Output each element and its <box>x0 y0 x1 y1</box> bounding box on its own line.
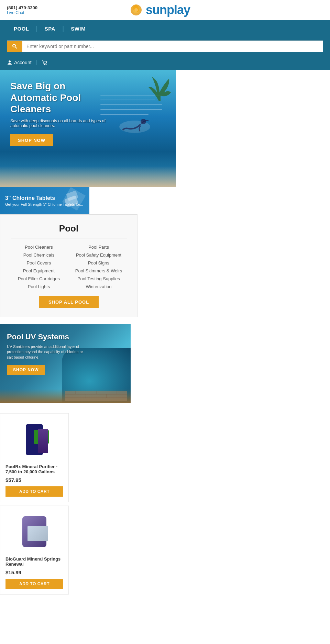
person-icon <box>7 60 12 65</box>
search-input[interactable] <box>22 41 323 52</box>
bioguard-image <box>19 513 50 551</box>
plant-decoration <box>145 74 173 109</box>
account-label: Account <box>14 60 32 65</box>
pool-category-link[interactable]: Pool Filter Cartridges <box>11 275 67 282</box>
uv-shop-now-button[interactable]: SHOP NOW <box>7 365 45 375</box>
phone-number: (801) 479-3300 <box>7 5 37 10</box>
product-card: PoolRx PoolRx Mineral Purifier - 7,500 t… <box>0 413 69 502</box>
bioguard-label <box>28 526 48 541</box>
chlorine-tablet-icon <box>64 190 84 209</box>
add-to-cart-button[interactable]: ADD TO CART <box>6 486 63 497</box>
hero-banner: Save Big on Automatic Pool Cleaners Save… <box>0 70 176 187</box>
nav-spa[interactable]: SPA <box>38 26 62 32</box>
chlorine-banner: 3" Chlorine Tablets Get your Full Streng… <box>0 187 89 214</box>
hero-title: Save Big on Automatic Pool Cleaners <box>10 80 113 115</box>
search-bar <box>0 37 330 57</box>
plant-icon <box>145 74 173 108</box>
uv-patio <box>65 391 127 401</box>
pool-category-link[interactable]: Pool Chemicals <box>11 252 67 258</box>
svg-point-3 <box>13 44 15 47</box>
logo-icon <box>129 3 143 17</box>
pool-section-divider <box>11 238 127 238</box>
main-nav: POOL | SPA | SWIM <box>0 20 330 37</box>
bioguard-bag <box>22 516 46 547</box>
gap-1 <box>0 317 330 324</box>
hero-content: Save Big on Automatic Pool Cleaners Save… <box>10 80 113 146</box>
product-image-area: PoolRx <box>14 419 55 460</box>
pool-links-grid: Pool CleanersPool PartsPool ChemicalsPoo… <box>11 244 127 290</box>
svg-point-5 <box>9 60 11 63</box>
live-chat-link[interactable]: Live Chat <box>7 10 37 15</box>
add-to-cart-button[interactable]: ADD TO CART <box>6 579 63 589</box>
product-image-area <box>14 511 55 552</box>
cart-icon <box>41 59 48 66</box>
product-price: $15.99 <box>6 569 63 575</box>
pool-category-link[interactable]: Pool Skimmers & Weirs <box>70 268 127 274</box>
nav-swim[interactable]: SWIM <box>64 26 92 32</box>
poolrx-image: PoolRx <box>19 420 50 458</box>
product-card: BioGuard Mineral Springs Renewal $15.99 … <box>0 506 69 595</box>
pool-category-link[interactable]: Winterization <box>70 283 127 290</box>
product-name: PoolRx Mineral Purifier - 7,500 to 20,00… <box>6 464 63 474</box>
shop-all-pool-button[interactable]: SHOP ALL POOL <box>39 296 99 308</box>
hero-subtitle: Save with deep discounts on all brands a… <box>10 118 113 128</box>
uv-content: Pool UV Systems UV Sanitizers provide an… <box>7 332 89 375</box>
nav-pool[interactable]: POOL <box>7 26 36 32</box>
pool-category-link[interactable]: Pool Parts <box>70 244 127 250</box>
pool-category-link[interactable]: Pool Signs <box>70 260 127 266</box>
pool-category-link[interactable]: Pool Lights <box>11 283 67 290</box>
pool-deck <box>0 166 176 187</box>
search-inner <box>7 41 323 52</box>
pool-category-link[interactable]: Pool Testing Supplies <box>70 275 127 282</box>
cart-link[interactable] <box>41 59 48 66</box>
uv-title: Pool UV Systems <box>7 332 89 341</box>
poolrx-cylinder <box>38 429 48 453</box>
product-price: $57.95 <box>6 477 63 483</box>
search-button[interactable] <box>7 41 22 52</box>
swimmer-icon <box>114 111 155 139</box>
svg-point-6 <box>44 64 45 65</box>
product-name: BioGuard Mineral Springs Renewal <box>6 556 63 567</box>
pool-section-title: Pool <box>11 223 127 234</box>
logo-text: sunplay <box>146 3 190 17</box>
pool-category-link[interactable]: Pool Safety Equipment <box>70 252 127 258</box>
svg-point-7 <box>45 64 46 65</box>
top-bar: (801) 479-3300 Live Chat sunplay <box>0 0 330 20</box>
svg-line-4 <box>15 47 17 49</box>
pool-category-link[interactable]: Pool Covers <box>11 260 67 266</box>
pool-category-section: Pool Pool CleanersPool PartsPool Chemica… <box>0 214 138 317</box>
search-icon <box>12 44 18 49</box>
pool-category-link[interactable]: Pool Cleaners <box>11 244 67 250</box>
logo-area[interactable]: sunplay <box>37 3 282 17</box>
hero-shop-now-button[interactable]: SHOP NOW <box>10 134 53 146</box>
pool-category-link[interactable]: Pool Equipment <box>11 268 67 274</box>
account-bar: Account | <box>0 57 330 70</box>
account-cart-divider: | <box>36 59 37 66</box>
products-container: PoolRx PoolRx Mineral Purifier - 7,500 t… <box>0 413 330 595</box>
account-link[interactable]: Account <box>7 60 32 65</box>
uv-subtitle: UV Sanitizers provide an additional laye… <box>7 344 89 360</box>
contact-info: (801) 479-3300 Live Chat <box>7 5 37 15</box>
patio-icon <box>65 391 127 401</box>
uv-banner: Pool UV Systems UV Sanitizers provide an… <box>0 324 131 403</box>
gap-2 <box>0 403 330 410</box>
swimmer-area <box>114 111 155 140</box>
